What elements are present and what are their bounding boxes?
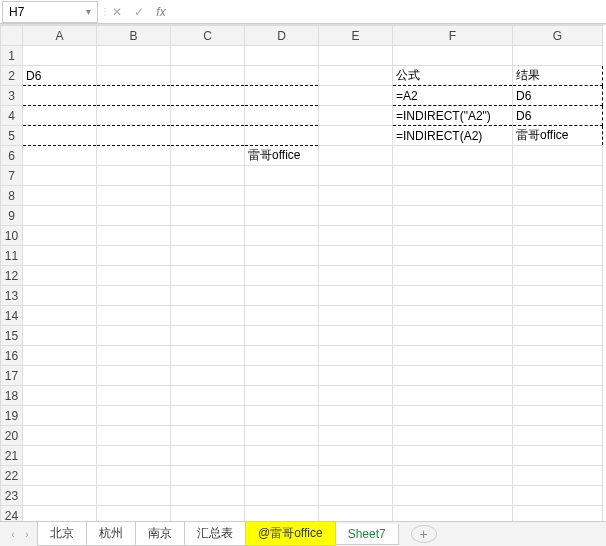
cell[interactable] (97, 506, 171, 522)
cell[interactable] (97, 386, 171, 406)
cell[interactable] (319, 366, 393, 386)
formula-input[interactable] (172, 1, 606, 23)
cell[interactable] (97, 46, 171, 66)
cell[interactable] (23, 286, 97, 306)
cell[interactable] (513, 406, 603, 426)
sheet-tab[interactable]: 北京 (37, 522, 87, 546)
col-header[interactable]: B (97, 26, 171, 46)
sheet-tab[interactable]: 汇总表 (184, 522, 246, 546)
cell[interactable] (245, 406, 319, 426)
cell[interactable] (97, 286, 171, 306)
cell[interactable] (171, 186, 245, 206)
cell[interactable] (23, 106, 97, 126)
cell-A2[interactable]: D6 (23, 66, 97, 86)
cell[interactable] (97, 346, 171, 366)
cell[interactable] (393, 266, 513, 286)
cell[interactable] (245, 206, 319, 226)
cancel-icon[interactable]: ✕ (106, 1, 128, 23)
cell[interactable] (171, 446, 245, 466)
cell[interactable] (171, 466, 245, 486)
cell[interactable] (171, 46, 245, 66)
cell[interactable] (23, 206, 97, 226)
cell-F3[interactable]: =A2 (393, 86, 513, 106)
cell[interactable] (97, 446, 171, 466)
cell[interactable] (393, 366, 513, 386)
cell[interactable] (393, 226, 513, 246)
cell[interactable] (245, 106, 319, 126)
cell[interactable] (513, 246, 603, 266)
cell[interactable] (319, 466, 393, 486)
cell[interactable] (97, 486, 171, 506)
cell-D6[interactable]: 雷哥office (245, 146, 319, 166)
cell[interactable] (319, 406, 393, 426)
cell[interactable] (245, 246, 319, 266)
cell[interactable] (319, 306, 393, 326)
row-header[interactable]: 13 (1, 286, 23, 306)
cell[interactable] (513, 506, 603, 522)
cell[interactable] (393, 406, 513, 426)
cell[interactable] (23, 326, 97, 346)
cell[interactable] (319, 106, 393, 126)
cell[interactable] (23, 146, 97, 166)
spreadsheet-grid[interactable]: A B C D E F G 1 2 D6 公式 结果 3 =A2 D6 4 (0, 24, 606, 521)
cell[interactable] (319, 326, 393, 346)
cell[interactable] (97, 326, 171, 346)
cell[interactable] (97, 126, 171, 146)
cell[interactable] (23, 186, 97, 206)
cell[interactable] (23, 506, 97, 522)
row-header[interactable]: 24 (1, 506, 23, 522)
cell[interactable] (97, 66, 171, 86)
cell-G2[interactable]: 结果 (513, 66, 603, 86)
cell[interactable] (171, 326, 245, 346)
cell[interactable] (245, 286, 319, 306)
sheet-tab-active[interactable]: @雷哥office (245, 522, 336, 546)
row-header[interactable]: 5 (1, 126, 23, 146)
cell[interactable] (393, 346, 513, 366)
cell[interactable] (393, 286, 513, 306)
cell[interactable] (513, 346, 603, 366)
cell[interactable] (319, 486, 393, 506)
sheet-tab[interactable]: 杭州 (86, 522, 136, 546)
cell[interactable] (319, 146, 393, 166)
cell[interactable] (319, 126, 393, 146)
cell-G4[interactable]: D6 (513, 106, 603, 126)
nav-prev-icon[interactable]: ‹ (6, 525, 20, 543)
col-header[interactable]: E (319, 26, 393, 46)
cell[interactable] (393, 446, 513, 466)
cell[interactable] (393, 186, 513, 206)
cell[interactable] (245, 306, 319, 326)
cell[interactable] (97, 246, 171, 266)
cell[interactable] (23, 306, 97, 326)
nav-next-icon[interactable]: › (20, 525, 34, 543)
col-header[interactable]: D (245, 26, 319, 46)
row-header[interactable]: 14 (1, 306, 23, 326)
row-header[interactable]: 1 (1, 46, 23, 66)
cell[interactable] (97, 206, 171, 226)
cell[interactable] (171, 366, 245, 386)
cell[interactable] (23, 166, 97, 186)
cell[interactable] (23, 86, 97, 106)
cell[interactable] (393, 486, 513, 506)
cell-G3[interactable]: D6 (513, 86, 603, 106)
cell[interactable] (245, 366, 319, 386)
cell[interactable] (171, 206, 245, 226)
col-header[interactable]: A (23, 26, 97, 46)
cell[interactable] (513, 186, 603, 206)
cell[interactable] (97, 86, 171, 106)
row-header[interactable]: 18 (1, 386, 23, 406)
cell[interactable] (23, 426, 97, 446)
cell[interactable] (171, 106, 245, 126)
cell[interactable] (319, 246, 393, 266)
cell[interactable] (171, 266, 245, 286)
cell[interactable] (245, 66, 319, 86)
cell[interactable] (513, 426, 603, 446)
cell[interactable] (393, 386, 513, 406)
cell[interactable] (513, 206, 603, 226)
cell[interactable] (171, 66, 245, 86)
row-header[interactable]: 22 (1, 466, 23, 486)
cell[interactable] (23, 126, 97, 146)
fx-icon[interactable]: fx (150, 1, 172, 23)
row-header[interactable]: 19 (1, 406, 23, 426)
cell[interactable] (513, 166, 603, 186)
row-header[interactable]: 20 (1, 426, 23, 446)
